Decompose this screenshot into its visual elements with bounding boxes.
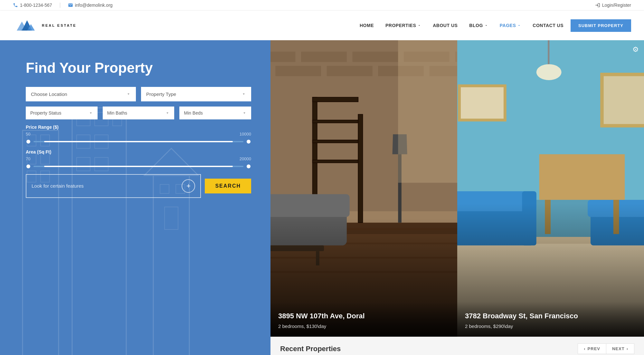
property-card-2[interactable]: ⚙ 3782 Broadway St, San Francisco 2 bedr… (457, 40, 644, 337)
hero-panel: Find Your Property Choose Location Prope… (0, 40, 270, 355)
slider-thumb-left[interactable] (26, 139, 31, 144)
features-row: Look for certain features + SEARCH (26, 174, 251, 198)
area-label: Area (Sq Ft) (26, 149, 51, 154)
chevron-down-icon-2 (484, 23, 488, 27)
property-cards-row: 3895 NW 107th Ave, Doral 2 bedrooms, $13… (270, 40, 644, 337)
login-register[interactable]: Login/Register (595, 3, 631, 8)
property-image-1 (270, 40, 457, 337)
gear-icon[interactable]: ⚙ (632, 45, 639, 54)
svg-rect-20 (153, 175, 189, 355)
chevron-down-icon-type (242, 92, 246, 96)
header: REAL ESTATE HOME PROPERTIES ABOUT US BLO… (0, 11, 644, 40)
area-max-label: 20000 (240, 156, 251, 161)
property-1-address: 3895 NW 107th Ave, Doral (278, 312, 450, 321)
topbar-left: 1-800-1234-567 info@demolink.org (13, 3, 113, 8)
price-range-row: Price Range ($) 50 10000 (26, 125, 251, 144)
property-2-info: 2 bedrooms, $290\day (465, 323, 636, 329)
nav-blog[interactable]: BLOG (465, 20, 492, 31)
price-range-label: Price Range ($) (26, 125, 59, 130)
search-button[interactable]: SEARCH (205, 179, 251, 193)
email-icon (68, 3, 73, 8)
phone-icon (13, 3, 18, 8)
area-slider-thumb-right[interactable] (246, 164, 251, 169)
topbar: 1-800-1234-567 info@demolink.org Login/R… (0, 0, 644, 11)
nav-properties[interactable]: PROPERTIES (381, 20, 426, 31)
main-nav: HOME PROPERTIES ABOUT US BLOG PAGES CONT… (355, 19, 631, 32)
main-content: Find Your Property Choose Location Prope… (0, 40, 644, 355)
divider (60, 3, 60, 8)
logo-text: REAL ESTATE (42, 23, 77, 27)
nav-home[interactable]: HOME (355, 20, 378, 31)
right-panel: 3895 NW 107th Ave, Doral 2 bedrooms, $13… (270, 40, 644, 355)
submit-property-button[interactable]: SUBMIT PROPERTY (571, 19, 631, 32)
logo-icon (13, 16, 39, 35)
phone-number: 1-800-1234-567 (20, 3, 52, 8)
slider-track-price[interactable] (33, 141, 243, 142)
property-type-select[interactable]: Property Type (141, 87, 251, 101)
phone-item[interactable]: 1-800-1234-567 (13, 3, 52, 8)
login-icon (595, 3, 600, 8)
price-min-label: 50 (26, 132, 30, 136)
chevron-down-icon-beds (242, 111, 247, 115)
recent-title: Recent Properties (280, 345, 341, 353)
chevron-down-icon-status (89, 111, 93, 115)
slider-thumb-right[interactable] (246, 139, 251, 144)
prev-button[interactable]: ‹ PREV (578, 343, 606, 354)
property-card-1-overlay: 3895 NW 107th Ave, Doral 2 bedrooms, $13… (270, 302, 457, 337)
chevron-down-icon-loc (126, 92, 131, 96)
nav-contact[interactable]: CONTACT US (528, 20, 568, 31)
hero-title: Find Your Property (26, 60, 251, 77)
area-slider-thumb-left[interactable] (26, 164, 31, 169)
email-item[interactable]: info@demolink.org (68, 3, 113, 8)
nav-about[interactable]: ABOUT US (428, 20, 462, 31)
chevron-down-icon-3 (517, 23, 521, 27)
property-card-2-overlay: 3782 Broadway St, San Francisco 2 bedroo… (457, 302, 644, 337)
next-button[interactable]: NEXT › (606, 343, 634, 354)
nav-pages[interactable]: PAGES (495, 20, 526, 31)
area-row: Area (Sq Ft) 70 20000 (26, 149, 251, 169)
property-image-2 (457, 40, 644, 337)
property-1-info: 2 bedrooms, $130\day (278, 323, 450, 329)
property-status-select[interactable]: Property Status (26, 107, 98, 119)
area-slider[interactable] (26, 164, 251, 169)
logo[interactable]: REAL ESTATE (13, 16, 77, 35)
row-1: Choose Location Property Type (26, 87, 251, 101)
property-2-address: 3782 Broadway St, San Francisco (465, 312, 636, 321)
login-text: Login/Register (602, 3, 631, 8)
svg-rect-80 (457, 40, 644, 337)
next-arrow-icon: › (627, 346, 628, 351)
chevron-down-icon (417, 23, 421, 27)
row-2: Property Status Min Baths Min Beds (26, 107, 251, 119)
min-beds-select[interactable]: Min Beds (179, 107, 251, 119)
price-slider[interactable] (26, 139, 251, 144)
search-form: Choose Location Property Type Property S… (26, 87, 251, 198)
slider-track-area[interactable] (33, 166, 243, 167)
area-min-label: 70 (26, 156, 30, 161)
svg-rect-58 (270, 40, 457, 337)
prev-arrow-icon: ‹ (584, 346, 585, 351)
svg-rect-23 (165, 207, 178, 229)
features-placeholder: Look for certain features (32, 183, 84, 189)
features-add-button[interactable]: + (182, 179, 195, 193)
price-max-label: 10000 (240, 132, 251, 136)
nav-arrows: ‹ PREV NEXT › (578, 343, 634, 354)
hero-content: Find Your Property Choose Location Prope… (26, 60, 251, 198)
features-input-container[interactable]: Look for certain features + (26, 174, 201, 198)
email-address: info@demolink.org (75, 3, 113, 8)
chevron-down-icon-baths (165, 111, 170, 115)
property-card-1[interactable]: 3895 NW 107th Ave, Doral 2 bedrooms, $13… (270, 40, 457, 337)
min-baths-select[interactable]: Min Baths (103, 107, 175, 119)
recent-properties-bar: Recent Properties ‹ PREV NEXT › (270, 337, 644, 355)
location-select[interactable]: Choose Location (26, 87, 136, 101)
